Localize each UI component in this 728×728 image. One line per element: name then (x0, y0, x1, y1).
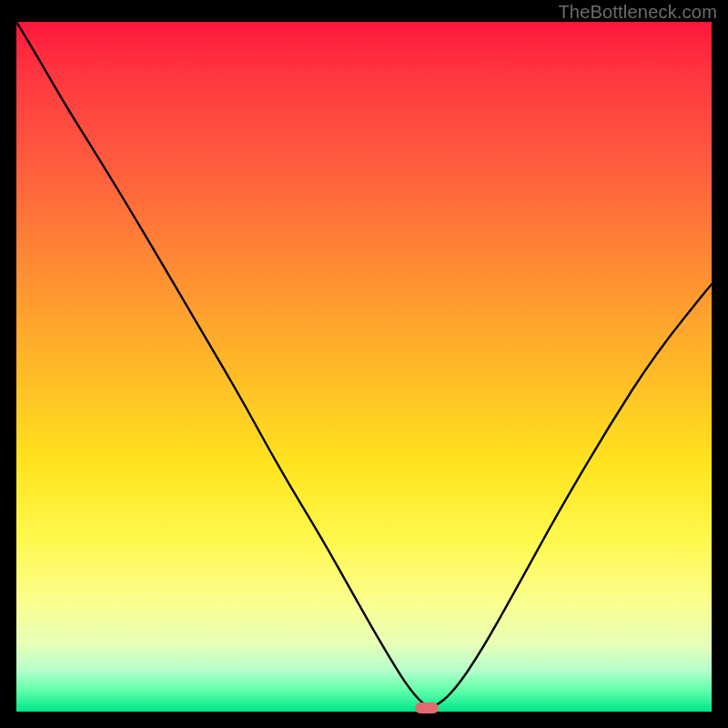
minimum-marker (415, 703, 439, 713)
chart-frame: TheBottleneck.com (0, 0, 728, 728)
plot-area (16, 22, 712, 712)
bottleneck-curve-path (16, 22, 712, 707)
curve-layer (16, 22, 712, 712)
watermark-text: TheBottleneck.com (558, 2, 717, 23)
